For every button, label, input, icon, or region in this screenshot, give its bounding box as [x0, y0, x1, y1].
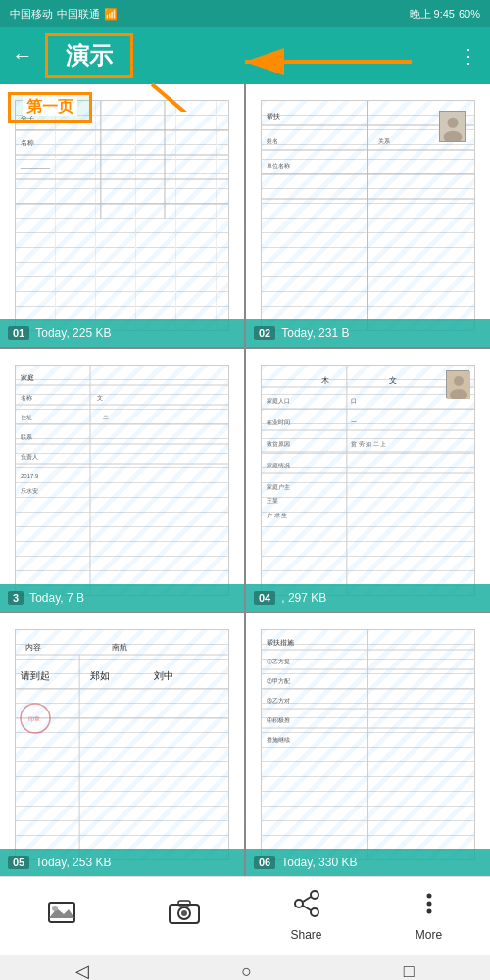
- info-bar-04: 04 , 297 KB: [246, 584, 490, 612]
- battery-icon: 60%: [459, 8, 480, 20]
- svg-text:请到起: 请到起: [21, 670, 50, 681]
- gallery-icon: [47, 899, 76, 933]
- item-timestamp-01: Today, 225 KB: [35, 326, 111, 340]
- paper-03: 家庭 名称 住址 联系 负责人 文 一二 2017.9 乐水安: [15, 365, 229, 596]
- svg-text:帮扶: 帮扶: [267, 113, 280, 120]
- grid-item-02[interactable]: 帮扶 姓名 关系 单位名称 02 Today, 231 B: [246, 84, 490, 347]
- svg-text:家庭户主: 家庭户主: [267, 483, 290, 490]
- carrier2: 中国联通: [57, 7, 100, 22]
- svg-point-91: [295, 900, 303, 907]
- svg-point-97: [426, 909, 431, 914]
- svg-text:帮扶措施: 帮扶措施: [267, 639, 294, 646]
- photo-04: [446, 370, 469, 398]
- svg-point-22: [447, 118, 458, 128]
- svg-text:2017.9: 2017.9: [21, 473, 39, 479]
- grid-item-01[interactable]: 分子 名称 ————— 第一页 01 Today, 225 KB: [0, 84, 244, 347]
- top-bar: ← 演示 ⋮: [0, 27, 490, 84]
- svg-text:乐水安: 乐水安: [21, 487, 38, 494]
- svg-text:户 术 生: 户 术 生: [267, 512, 287, 518]
- svg-text:南航: 南航: [112, 643, 127, 652]
- svg-text:③乙方对: ③乙方对: [267, 697, 290, 704]
- svg-text:贫 劳 如 二 上: 贫 劳 如 二 上: [351, 441, 386, 448]
- svg-point-96: [426, 902, 431, 906]
- share-icon: [293, 890, 320, 924]
- doc-preview-01: 分子 名称 ————— 第一页: [0, 84, 244, 347]
- paper-04: 木 文 家庭人口 在业时间 致贫原因 家庭情况 口 一 家庭户主 贫 劳 如 二…: [261, 365, 475, 596]
- svg-text:姓名: 姓名: [267, 138, 278, 144]
- svg-text:文: 文: [96, 394, 102, 401]
- top-more-button[interactable]: ⋮: [459, 44, 478, 68]
- camera-button[interactable]: [122, 899, 245, 933]
- svg-rect-89: [178, 901, 190, 906]
- item-timestamp-03: Today, 7 B: [29, 591, 84, 605]
- svg-text:一二: 一二: [96, 415, 108, 420]
- svg-text:口: 口: [351, 398, 357, 404]
- svg-text:刘中: 刘中: [154, 670, 173, 681]
- share-button[interactable]: Share: [245, 890, 368, 942]
- camera-icon: [169, 899, 200, 933]
- svg-text:措施继续: 措施继续: [267, 737, 290, 743]
- svg-text:家庭情况: 家庭情况: [267, 462, 290, 468]
- svg-text:家庭人口: 家庭人口: [267, 397, 290, 404]
- carrier1: 中国移动: [10, 7, 53, 22]
- info-bar-02: 02 Today, 231 B: [246, 319, 490, 347]
- paper-01: 分子 名称 —————: [15, 100, 229, 331]
- svg-text:文: 文: [389, 376, 397, 385]
- doc-preview-04: 木 文 家庭人口 在业时间 致贫原因 家庭情况 口 一 家庭户主 贫 劳 如 二…: [246, 349, 490, 612]
- grid-item-06[interactable]: 帮扶措施 ①乙方提 ②甲方配 ③乙方对 ④积极推 措施继续 06 Today, …: [246, 613, 490, 876]
- item-number-01: 01: [8, 326, 29, 340]
- svg-text:王某: 王某: [267, 498, 278, 504]
- status-right: 晚上 9:45 60%: [410, 7, 481, 22]
- back-button[interactable]: ←: [12, 43, 33, 69]
- nav-back-button[interactable]: ◁: [75, 960, 89, 980]
- page-title: 演示: [66, 42, 113, 69]
- item-timestamp-02: Today, 231 B: [281, 326, 349, 340]
- item-number-03: 3: [8, 591, 24, 605]
- nav-recents-button[interactable]: □: [404, 961, 415, 981]
- doc-preview-05: 内容 南航 请到起 郑如 刘中 印章: [0, 613, 244, 876]
- svg-text:名称: 名称: [21, 139, 34, 147]
- paper-05: 内容 南航 请到起 郑如 刘中 印章: [15, 629, 229, 860]
- svg-text:负责人: 负责人: [21, 454, 38, 461]
- grid-item-03[interactable]: 家庭 名称 住址 联系 负责人 文 一二 2017.9 乐水安: [0, 349, 244, 612]
- photo-placeholder: [439, 111, 466, 142]
- more-label: More: [416, 928, 442, 942]
- document-grid: 分子 名称 ————— 第一页 01 Today, 225 KB: [0, 84, 490, 876]
- svg-text:单位名称: 单位名称: [267, 163, 290, 169]
- grid-item-05[interactable]: 内容 南航 请到起 郑如 刘中 印章 05 Today, 253 KB: [0, 613, 244, 876]
- status-bar: 中国移动 中国联通 📶 晚上 9:45 60%: [0, 0, 490, 27]
- gallery-button[interactable]: [0, 899, 122, 933]
- item-timestamp-05: Today, 253 KB: [35, 856, 111, 869]
- svg-line-94: [303, 906, 311, 910]
- item-number-02: 02: [254, 326, 275, 340]
- nav-home-button[interactable]: ○: [241, 961, 252, 981]
- info-bar-05: 05 Today, 253 KB: [0, 849, 244, 876]
- grid-item-04[interactable]: 木 文 家庭人口 在业时间 致贫原因 家庭情况 口 一 家庭户主 贫 劳 如 二…: [246, 349, 490, 612]
- paper-06: 帮扶措施 ①乙方提 ②甲方配 ③乙方对 ④积极推 措施继续: [261, 629, 475, 860]
- doc-preview-03: 家庭 名称 住址 联系 负责人 文 一二 2017.9 乐水安: [0, 349, 244, 612]
- doc-preview-06: 帮扶措施 ①乙方提 ②甲方配 ③乙方对 ④积极推 措施继续: [246, 613, 490, 876]
- svg-text:郑如: 郑如: [90, 670, 110, 681]
- svg-point-92: [311, 908, 318, 916]
- item-number-05: 05: [8, 856, 29, 869]
- svg-text:关系: 关系: [378, 137, 390, 144]
- svg-text:①乙方提: ①乙方提: [267, 658, 290, 664]
- more-icon: [416, 890, 443, 924]
- svg-point-85: [52, 906, 58, 911]
- page-label: 第一页: [23, 97, 77, 116]
- carrier-info: 中国移动 中国联通 📶: [10, 7, 118, 22]
- paper-02: 帮扶 姓名 关系 单位名称: [261, 100, 475, 331]
- item-number-04: 04: [254, 591, 275, 605]
- svg-text:—————: —————: [21, 165, 50, 171]
- svg-text:在业时间: 在业时间: [267, 419, 290, 425]
- svg-text:内容: 内容: [25, 643, 41, 652]
- svg-text:一: 一: [351, 419, 357, 425]
- svg-rect-83: [49, 903, 74, 922]
- svg-text:家庭: 家庭: [21, 374, 34, 382]
- more-button[interactable]: More: [368, 890, 490, 942]
- svg-line-93: [303, 897, 311, 902]
- info-bar-06: 06 Today, 330 KB: [246, 849, 490, 876]
- page-label-box: 第一页: [8, 92, 92, 122]
- share-label: Share: [290, 928, 321, 942]
- doc-preview-02: 帮扶 姓名 关系 单位名称: [246, 84, 490, 347]
